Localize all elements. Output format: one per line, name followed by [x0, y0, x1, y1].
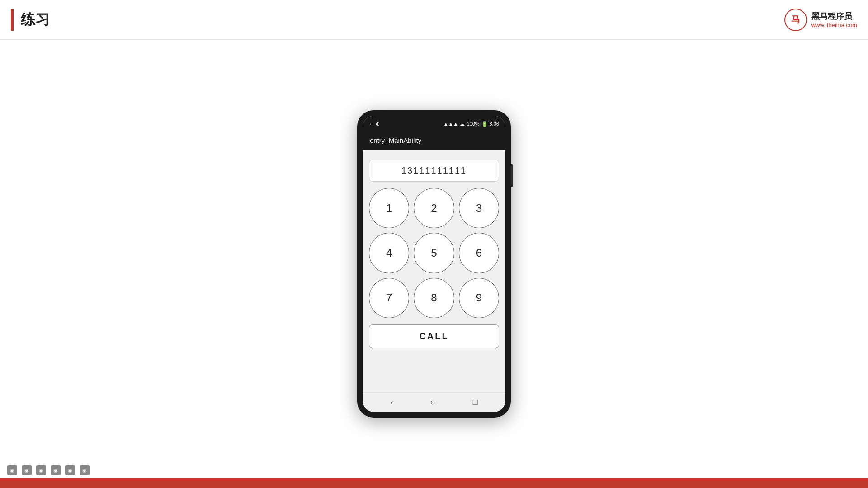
page-title: 练习: [21, 10, 50, 30]
phone-device: ← ⊕ ▲▲▲ ☁ 100% 🔋 8:06 entry_MainAbility …: [357, 110, 511, 418]
logo-url: www.itheima.com: [811, 22, 857, 28]
num-button-5[interactable]: 5: [414, 233, 454, 273]
wifi-icon: ☁: [460, 121, 465, 127]
home-nav-icon[interactable]: ○: [430, 398, 435, 407]
app-title-bar: entry_MainAbility: [363, 132, 505, 150]
toolbar-icon-6[interactable]: ◉: [80, 465, 90, 475]
num-button-4[interactable]: 4: [369, 233, 409, 273]
num-button-9[interactable]: 9: [459, 278, 499, 318]
toolbar-icon-3[interactable]: ◉: [36, 465, 46, 475]
top-bar: 练习 马 黑马程序员 www.itheima.com: [0, 0, 868, 40]
numpad-grid: 1 2 3 4 5 6 7 8 9: [369, 188, 499, 318]
num-button-6[interactable]: 6: [459, 233, 499, 273]
num-button-1[interactable]: 1: [369, 188, 409, 228]
bottom-toolbar: ◉ ◉ ◉ ◉ ◉ ◉: [7, 465, 90, 475]
toolbar-icon-4[interactable]: ◉: [51, 465, 61, 475]
app-content: 13111111111 1 2 3 4 5 6 7 8 9 CALL: [363, 150, 505, 392]
logo-text-block: 黑马程序员 www.itheima.com: [811, 11, 857, 28]
notification-icon: ⊕: [376, 121, 380, 127]
logo-brand: 黑马程序员: [811, 11, 852, 22]
status-bar: ← ⊕ ▲▲▲ ☁ 100% 🔋 8:06: [363, 116, 505, 132]
battery-text: 100%: [467, 121, 479, 127]
num-button-8[interactable]: 8: [414, 278, 454, 318]
battery-icon: 🔋: [481, 121, 488, 127]
logo-area: 马 黑马程序员 www.itheima.com: [784, 9, 857, 31]
toolbar-icon-1[interactable]: ◉: [7, 465, 17, 475]
num-button-3[interactable]: 3: [459, 188, 499, 228]
bottom-red-bar: [0, 478, 868, 488]
status-left: ← ⊕: [369, 121, 380, 127]
back-arrow: ←: [369, 121, 374, 127]
recents-nav-icon[interactable]: □: [473, 398, 478, 407]
app-title-text: entry_MainAbility: [370, 136, 421, 144]
num-button-2[interactable]: 2: [414, 188, 454, 228]
nav-bar: ‹ ○ □: [363, 392, 505, 412]
status-right: ▲▲▲ ☁ 100% 🔋 8:06: [443, 121, 499, 127]
phone-number-display[interactable]: 13111111111: [369, 160, 499, 182]
signal-icons: ▲▲▲: [443, 121, 458, 127]
phone-screen: ← ⊕ ▲▲▲ ☁ 100% 🔋 8:06 entry_MainAbility …: [363, 116, 505, 412]
toolbar-icon-2[interactable]: ◉: [22, 465, 32, 475]
time-display: 8:06: [490, 121, 499, 127]
back-nav-icon[interactable]: ‹: [390, 398, 393, 407]
logo-icon: 马: [784, 9, 807, 31]
phone-side-button: [511, 164, 513, 187]
toolbar-icon-5[interactable]: ◉: [65, 465, 75, 475]
red-accent-bar: [11, 9, 14, 31]
num-button-7[interactable]: 7: [369, 278, 409, 318]
phone-wrapper: ← ⊕ ▲▲▲ ☁ 100% 🔋 8:06 entry_MainAbility …: [357, 110, 511, 418]
call-button[interactable]: CALL: [369, 324, 499, 348]
